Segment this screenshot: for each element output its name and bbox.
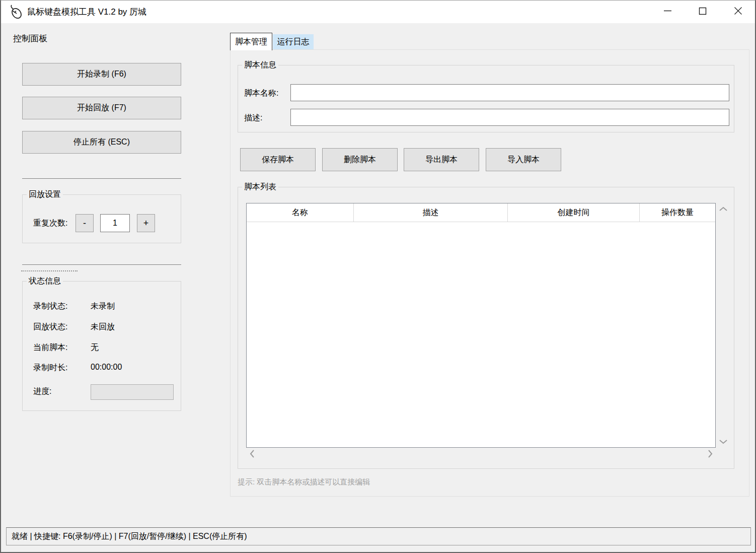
progress-bar	[91, 384, 174, 400]
current-script-label: 当前脚本:	[33, 342, 67, 353]
script-desc-label: 描述:	[244, 113, 262, 123]
minimize-button[interactable]	[656, 1, 679, 23]
app-window: 鼠标键盘模拟工具 V1.2 by 厉城 控制面板 开始录制 (F6) 开始回放 …	[0, 0, 756, 553]
window-title: 鼠标键盘模拟工具 V1.2 by 厉城	[27, 1, 146, 23]
delete-script-button[interactable]: 删除脚本	[322, 148, 398, 171]
column-header-name[interactable]: 名称	[247, 203, 354, 222]
window-titlebar: 鼠标键盘模拟工具 V1.2 by 厉城	[1, 1, 755, 23]
playback-state-value: 未回放	[91, 322, 115, 332]
record-duration-label: 录制时长:	[33, 363, 67, 373]
script-info-title: 脚本信息	[242, 60, 278, 71]
chevron-up-icon	[719, 204, 727, 214]
status-bar-text: 就绪 | 快捷键: F6(录制/停止) | F7(回放/暂停/继续) | ESC…	[7, 531, 247, 542]
scrollbar-up-button[interactable]	[718, 204, 729, 214]
script-table-header: 名称 描述 创建时间 操作数量	[247, 203, 715, 222]
close-icon	[734, 7, 742, 17]
script-table: 名称 描述 创建时间 操作数量	[246, 203, 716, 448]
progress-label: 进度:	[33, 386, 51, 397]
status-info-title: 状态信息	[27, 276, 63, 287]
stop-all-button[interactable]: 停止所有 (ESC)	[22, 131, 181, 154]
edit-hint-text: 提示: 双击脚本名称或描述可以直接编辑	[238, 477, 370, 487]
tab-run-log[interactable]: 运行日志	[273, 34, 314, 49]
separator	[22, 264, 181, 265]
control-panel-title: 控制面板	[13, 33, 47, 44]
save-script-button[interactable]: 保存脚本	[240, 148, 316, 171]
record-duration-value: 00:00:00	[91, 363, 122, 372]
chevron-left-icon	[250, 450, 255, 460]
maximize-button[interactable]	[691, 1, 714, 23]
close-button[interactable]	[726, 1, 749, 23]
repeat-count-input[interactable]	[100, 214, 130, 232]
minimize-icon	[663, 7, 672, 17]
column-header-desc[interactable]: 描述	[354, 203, 508, 222]
scrollbar-down-button[interactable]	[718, 437, 729, 447]
tab-script-management[interactable]: 脚本管理	[230, 33, 272, 50]
import-script-button[interactable]: 导入脚本	[486, 148, 561, 171]
script-name-input[interactable]	[290, 84, 729, 101]
scrollbar-left-button[interactable]	[247, 450, 258, 460]
record-state-value: 未录制	[91, 301, 115, 312]
script-list-title: 脚本列表	[242, 182, 278, 192]
current-script-value: 无	[91, 342, 99, 353]
playback-state-label: 回放状态:	[33, 322, 67, 332]
start-playback-button[interactable]: 开始回放 (F7)	[22, 97, 181, 119]
separator	[22, 178, 181, 179]
status-bar: 就绪 | 快捷键: F6(录制/停止) | F7(回放/暂停/继续) | ESC…	[6, 527, 751, 545]
render-artifact	[21, 270, 78, 271]
record-state-label: 录制状态:	[33, 301, 67, 312]
chevron-down-icon	[719, 437, 727, 446]
repeat-increment-button[interactable]: +	[137, 214, 155, 232]
mouse-icon	[8, 4, 24, 20]
script-table-body[interactable]	[247, 223, 715, 447]
script-desc-input[interactable]	[290, 109, 729, 126]
export-script-button[interactable]: 导出脚本	[404, 148, 479, 171]
maximize-icon	[699, 7, 707, 17]
repeat-decrement-button[interactable]: -	[75, 214, 94, 232]
chevron-right-icon	[708, 450, 713, 460]
column-header-action-count[interactable]: 操作数量	[640, 203, 715, 222]
start-record-button[interactable]: 开始录制 (F6)	[22, 63, 181, 86]
script-name-label: 脚本名称:	[244, 88, 278, 99]
scrollbar-right-button[interactable]	[705, 450, 716, 460]
repeat-count-label: 重复次数:	[33, 218, 67, 229]
column-header-created[interactable]: 创建时间	[508, 203, 640, 222]
playback-settings-title: 回放设置	[27, 189, 63, 200]
